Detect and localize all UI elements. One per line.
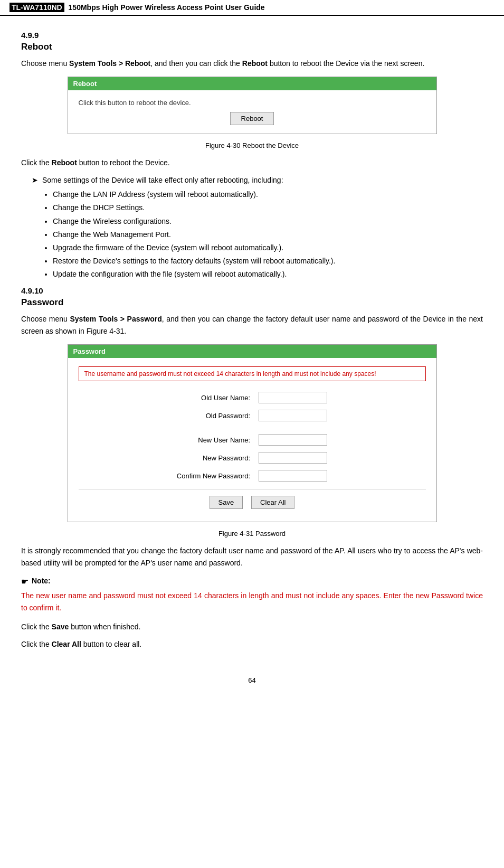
note-text: The new user name and password must not …	[21, 590, 483, 614]
reboot-arrow-item: ➤ Some settings of the Device will take …	[32, 174, 483, 186]
note-icon: ☛	[21, 576, 28, 588]
section-password: 4.9.10 Password Choose menu System Tools…	[21, 286, 483, 650]
password-figure-title: Password	[68, 345, 436, 358]
section-password-number: 4.9.10	[21, 286, 483, 295]
table-row: Old User Name:	[173, 389, 331, 407]
list-item: Change the LAN IP Address (system will r…	[53, 188, 483, 201]
list-item: Change the DHCP Settings.	[53, 201, 483, 214]
reboot-figure-inner: Click this button to reboot the device. …	[68, 90, 436, 134]
list-item: Upgrade the firmware of the Device (syst…	[53, 241, 483, 254]
model-label: TL-WA7110ND	[9, 3, 64, 12]
form-buttons: Save Clear All	[79, 489, 426, 513]
password-intro: Choose menu System Tools > Password, and…	[21, 313, 483, 337]
table-row: New User Name:	[173, 431, 331, 449]
clear-instruction: Click the Clear All button to clear all.	[21, 638, 483, 650]
password-figure-caption: Figure 4-31 Password	[21, 530, 483, 537]
label-old-username: Old User Name:	[173, 389, 254, 407]
label-confirm-password: Confirm New Password:	[173, 467, 254, 485]
reboot-arrow-text: Some settings of the Device will take ef…	[42, 174, 283, 186]
confirm-password-input[interactable]	[259, 470, 327, 482]
note-label: Note:	[32, 576, 51, 587]
page-header: TL-WA7110ND 150Mbps High Power Wireless …	[0, 0, 504, 16]
reboot-figure-caption: Figure 4-30 Reboot the Device	[21, 141, 483, 149]
clear-all-button[interactable]: Clear All	[251, 496, 294, 509]
reboot-intro: Choose menu System Tools > Reboot, and t…	[21, 58, 483, 69]
save-button[interactable]: Save	[210, 496, 243, 509]
cell-new-password	[254, 449, 331, 467]
page-number: 64	[248, 676, 255, 684]
section-password-title: Password	[21, 297, 483, 308]
page-footer: 64	[0, 671, 504, 695]
note-line: ☛ Note:	[21, 576, 483, 588]
main-content: 4.9.9 Reboot Choose menu System Tools > …	[0, 16, 504, 671]
section-reboot-number: 4.9.9	[21, 31, 483, 40]
spacer-row	[173, 424, 331, 431]
label-new-username: New User Name:	[173, 431, 254, 449]
arrow-icon: ➤	[32, 174, 38, 186]
password-figure-box: Password The username and password must …	[68, 344, 437, 522]
section-reboot-title: Reboot	[21, 42, 483, 52]
old-username-input[interactable]	[259, 392, 327, 403]
table-row: Old Password:	[173, 407, 331, 424]
label-new-password: New Password:	[173, 449, 254, 467]
new-username-input[interactable]	[259, 434, 327, 446]
reboot-figure-box: Reboot Click this button to reboot the d…	[68, 77, 437, 134]
section-reboot: 4.9.9 Reboot Choose menu System Tools > …	[21, 31, 483, 281]
cell-confirm-password	[254, 467, 331, 485]
cell-old-username	[254, 389, 331, 407]
password-figure-inner: The username and password must not excee…	[68, 358, 436, 522]
new-password-input[interactable]	[259, 452, 327, 464]
list-item: Change the Web Management Port.	[53, 228, 483, 241]
password-warning: The username and password must not excee…	[79, 366, 426, 381]
reboot-figure-text: Click this button to reboot the device.	[79, 99, 426, 107]
table-row: New Password:	[173, 449, 331, 467]
header-title: 150Mbps High Power Wireless Access Point…	[69, 3, 265, 12]
reboot-click-instruction: Click the Reboot button to reboot the De…	[21, 157, 483, 168]
cell-new-username	[254, 431, 331, 449]
list-item: Update the configuration with the file (…	[53, 268, 483, 281]
password-form-table: Old User Name: Old Password:	[173, 389, 331, 485]
reboot-dot-list: Change the LAN IP Address (system will r…	[53, 188, 483, 281]
list-item: Restore the Device's settings to the fac…	[53, 254, 483, 268]
list-item: Change the Wireless configurations.	[53, 215, 483, 228]
reboot-bullet-section: ➤ Some settings of the Device will take …	[32, 174, 483, 281]
table-row: Confirm New Password:	[173, 467, 331, 485]
old-password-input[interactable]	[259, 410, 327, 421]
save-instruction: Click the Save button when finished.	[21, 621, 483, 633]
reboot-button[interactable]: Reboot	[230, 112, 274, 125]
cell-old-password	[254, 407, 331, 424]
reboot-figure-title: Reboot	[68, 77, 436, 90]
header-left: TL-WA7110ND 150Mbps High Power Wireless …	[9, 3, 265, 12]
label-old-password: Old Password:	[173, 407, 254, 424]
password-description: It is strongly recommended that you chan…	[21, 545, 483, 569]
